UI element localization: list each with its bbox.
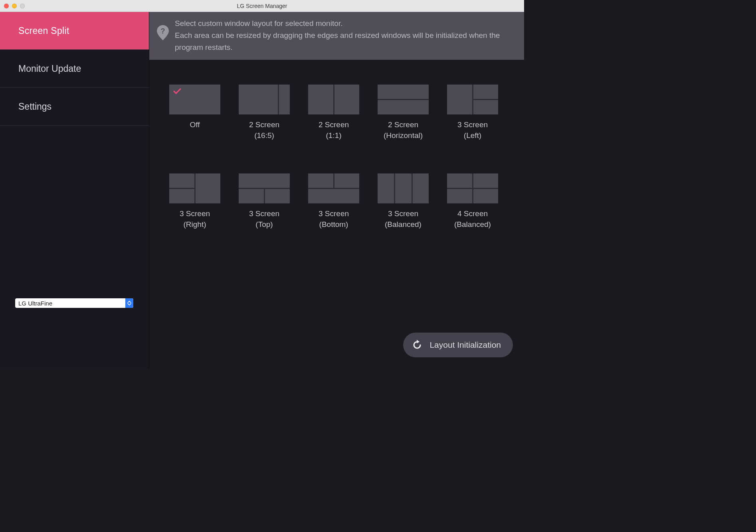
layout-label-2: (Balanced)	[454, 219, 491, 230]
layout-option-2-1-1[interactable]: 2 Screen (1:1)	[308, 85, 359, 141]
window-title: LG Screen Manager	[0, 3, 524, 9]
sidebar-item-label: Settings	[18, 101, 51, 112]
monitor-select-value: LG UltraFine	[15, 300, 125, 307]
sidebar: Screen Split Monitor Update Settings LG …	[0, 12, 149, 368]
info-banner-text: Select custom window layout for selected…	[175, 18, 517, 53]
layout-label-1: 2 Screen	[249, 119, 279, 130]
layout-label-2: (Balanced)	[385, 219, 422, 230]
layout-label-2: (1:1)	[319, 130, 349, 141]
reload-icon	[412, 340, 422, 350]
layout-preview	[378, 173, 429, 203]
main-panel: ? Select custom window layout for select…	[149, 12, 524, 368]
sidebar-item-settings[interactable]: Settings	[0, 88, 149, 126]
layout-label-1: 3 Screen	[180, 208, 210, 219]
layout-preview	[447, 173, 498, 203]
layout-label-1: 3 Screen	[457, 119, 488, 130]
info-line-1: Select custom window layout for selected…	[175, 18, 517, 30]
layout-label-2: (16:5)	[249, 130, 279, 141]
layout-label-1: 4 Screen	[454, 208, 491, 219]
layout-label-2: (Top)	[249, 219, 279, 230]
layout-label-2: (Left)	[457, 130, 488, 141]
layout-label-1: Off	[190, 119, 200, 130]
layout-option-3-balanced[interactable]: 3 Screen (Balanced)	[378, 173, 429, 230]
layout-label-1: 2 Screen	[319, 119, 349, 130]
info-banner: ? Select custom window layout for select…	[149, 12, 524, 60]
layout-label-1: 3 Screen	[319, 208, 349, 219]
layout-option-3-bottom[interactable]: 3 Screen (Bottom)	[308, 173, 359, 230]
layout-preview	[239, 85, 290, 114]
sidebar-item-label: Monitor Update	[18, 63, 81, 74]
layout-preview	[239, 173, 290, 203]
layout-preview	[378, 85, 429, 114]
layout-preview	[169, 85, 220, 114]
layout-option-2-horizontal[interactable]: 2 Screen (Horizontal)	[378, 85, 429, 141]
sidebar-item-screen-split[interactable]: Screen Split	[0, 12, 149, 50]
stepper-arrows-icon[interactable]	[125, 298, 133, 308]
titlebar[interactable]: LG Screen Manager	[0, 0, 524, 12]
help-pin-icon: ?	[156, 25, 169, 41]
footer: Layout Initialization	[149, 333, 524, 368]
layout-preview	[169, 173, 220, 203]
layout-initialization-button[interactable]: Layout Initialization	[403, 333, 513, 357]
layout-grid: Off 2 Screen (16:5)	[149, 60, 524, 242]
app-window: LG Screen Manager Screen Split Monitor U…	[0, 0, 524, 368]
layout-preview	[308, 173, 359, 203]
layout-label-2: (Horizontal)	[384, 130, 423, 141]
sidebar-item-label: Screen Split	[18, 26, 69, 36]
layout-label-2: (Bottom)	[319, 219, 349, 230]
check-icon	[173, 88, 181, 96]
layout-option-3-top[interactable]: 3 Screen (Top)	[239, 173, 290, 230]
layout-label-1: 3 Screen	[249, 208, 279, 219]
layout-initialization-label: Layout Initialization	[429, 340, 501, 350]
layout-option-2-16-5[interactable]: 2 Screen (16:5)	[239, 85, 290, 141]
monitor-select[interactable]: LG UltraFine	[15, 298, 133, 308]
content-area: Screen Split Monitor Update Settings LG …	[0, 12, 524, 368]
layout-option-off[interactable]: Off	[169, 85, 220, 141]
layout-preview	[308, 85, 359, 114]
layout-option-3-left[interactable]: 3 Screen (Left)	[447, 85, 498, 141]
layout-label-1: 2 Screen	[384, 119, 423, 130]
layout-label-2: (Right)	[180, 219, 210, 230]
sidebar-item-monitor-update[interactable]: Monitor Update	[0, 50, 149, 88]
layout-option-3-right[interactable]: 3 Screen (Right)	[169, 173, 220, 230]
info-line-2: Each area can be resized by dragging the…	[175, 30, 517, 53]
svg-text:?: ?	[161, 27, 165, 35]
layout-preview	[447, 85, 498, 114]
layout-label-1: 3 Screen	[385, 208, 422, 219]
layout-option-4-balanced[interactable]: 4 Screen (Balanced)	[447, 173, 498, 230]
